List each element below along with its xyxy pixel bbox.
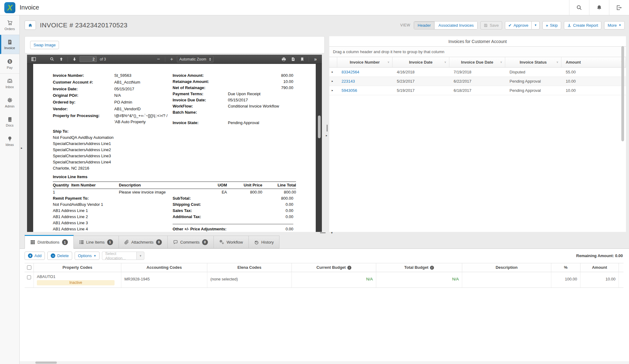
tab-header-view[interactable]: Header [414, 22, 435, 29]
sidebar-item-inbox[interactable]: Inbox [0, 73, 19, 93]
pdf-download-button[interactable] [289, 56, 297, 63]
tab-workflow[interactable]: Workflow [214, 236, 249, 249]
grid-scrollbar[interactable] [621, 46, 624, 230]
allocation-select[interactable]: Select Allocation... ▼ [102, 252, 144, 260]
pdf-next-page-button[interactable] [70, 56, 78, 63]
pdf-sidebar-toggle-button[interactable] [29, 56, 37, 63]
row-expander[interactable]: ▸ [329, 77, 337, 86]
tab-attachments[interactable]: Attachments 0 [119, 236, 168, 249]
col-header-amount[interactable]: Amount [580, 263, 619, 272]
col-header-invoice-number[interactable]: Invoice Number∨ [337, 57, 393, 67]
remit-line: AB1 Address Line 1 [53, 208, 173, 214]
col-header-current-budget[interactable]: Current Budgeti [292, 263, 376, 272]
col-header-accounting-codes[interactable]: Accounting Codes [121, 263, 207, 272]
invoice-link[interactable]: 223143 [342, 79, 355, 84]
col-header-elena-codes[interactable]: Elena Codes [207, 263, 292, 272]
sidebar-item-admin[interactable]: Admin [0, 93, 19, 112]
row-expander[interactable]: ▸ [329, 86, 337, 95]
sidebar-item-ideas[interactable]: Ideas [0, 131, 19, 151]
row-checkbox[interactable] [27, 275, 31, 280]
pdf-scrollbar-thumb[interactable] [318, 115, 321, 138]
skip-button[interactable]: » Skip [542, 21, 561, 29]
col-header-percent[interactable]: % [551, 263, 580, 272]
logo-x-glyph: X [7, 4, 12, 12]
chevron-down-icon[interactable]: ▼ [136, 252, 144, 260]
col-header-property-codes[interactable]: Property Codes [34, 263, 121, 272]
vertical-pane-splitter[interactable]: ▸ [325, 36, 329, 232]
invoice-link[interactable]: 5943056 [342, 88, 357, 93]
cell-amount[interactable]: 10.00 [580, 272, 619, 288]
chevron-down-icon[interactable]: ∨ [556, 57, 558, 67]
tab-distributions[interactable]: Distributions 1 [25, 235, 74, 249]
col-header-amount[interactable]: Amount∨ [561, 57, 626, 67]
pdf-toolbar: of 3 − + Automatic Zoom [27, 55, 322, 64]
pdf-page-input[interactable] [80, 56, 97, 62]
search-button[interactable] [569, 0, 589, 15]
sidebar: Orders Invoice $ Pay Inbox Admin i Docs … [0, 15, 20, 364]
horizontal-scrollbar[interactable] [20, 361, 629, 364]
sidebar-item-docs[interactable]: i Docs [0, 112, 19, 131]
approve-dropdown-button[interactable]: ▼ [532, 21, 540, 29]
col-header-invoice-status[interactable]: Invoice Status∨ [505, 57, 561, 67]
doc-field-value: N/A [114, 92, 173, 99]
splitter-collapse-icon [320, 233, 326, 233]
pdf-print-button[interactable] [280, 56, 288, 63]
save-button[interactable]: Save [480, 21, 502, 29]
doc-field-label: Invoice State: [173, 120, 228, 126]
pane-collapse-handle-left[interactable]: ▸ [21, 146, 22, 150]
tab-comments[interactable]: Comments 0 [168, 236, 214, 249]
save-label: Save [490, 23, 499, 28]
cell-invoice-date: 5/23/2017 [393, 77, 449, 86]
pdf-zoom-value: Automatic Zoom [179, 57, 206, 61]
info-icon[interactable]: i [347, 266, 351, 270]
col-header-total-budget[interactable]: Total Budgeti [376, 263, 462, 272]
tab-line-items[interactable]: Line Items 1 [74, 236, 119, 249]
chevron-down-icon[interactable]: ∨ [387, 57, 389, 67]
group-by-drop-zone[interactable]: Drag a column header and drop it here to… [329, 47, 626, 57]
options-button[interactable]: Options ▼ [75, 252, 100, 260]
pdf-zoom-out-button[interactable]: − [154, 56, 162, 63]
col-header-invoice-date[interactable]: Invoice Date∨ [393, 57, 449, 67]
doc-field-value: 05/15/2017 [228, 97, 293, 103]
pdf-search-button[interactable] [48, 56, 56, 63]
select-all-checkbox[interactable] [27, 265, 31, 270]
tab-label: Comments [180, 240, 200, 245]
approve-button[interactable]: ✔ Approve [505, 21, 532, 29]
more-button[interactable]: More ▼ [604, 21, 625, 29]
cell-accounting-code[interactable]: MR3928-1945 [121, 272, 207, 288]
chevron-down-icon[interactable]: ∨ [444, 57, 446, 67]
sidebar-item-pay[interactable]: $ Pay [0, 54, 19, 73]
col-header-description[interactable]: Description [462, 263, 551, 272]
home-button[interactable] [25, 21, 36, 30]
doc-field-value: 800.00 [228, 72, 293, 79]
sidebar-item-orders[interactable]: Orders [0, 15, 19, 35]
tab-associated-invoices[interactable]: Associated Invoices [434, 22, 477, 29]
ship-to-line: SpecialCharactersAddress Line2 [53, 147, 296, 153]
notifications-button[interactable] [589, 0, 609, 15]
row-expander[interactable]: ▸ [329, 68, 337, 76]
horizontal-scrollbar-thumb[interactable] [35, 362, 57, 364]
chevron-down-icon[interactable]: ∨ [500, 57, 502, 67]
cell-percent[interactable]: 100.00 [551, 272, 580, 288]
cell-elena-code[interactable]: (none selected) [207, 272, 292, 288]
create-report-button[interactable]: Create Report [564, 21, 602, 29]
grid-scrollbar-thumb[interactable] [621, 46, 624, 141]
invoice-link[interactable]: 83342564 [342, 70, 359, 74]
bell-icon [596, 5, 602, 11]
pdf-previous-page-button[interactable] [57, 56, 65, 63]
logout-button[interactable] [609, 0, 629, 15]
swap-image-button[interactable]: Swap Image [30, 41, 59, 49]
sidebar-item-invoice[interactable]: Invoice [0, 35, 19, 54]
pdf-more-tools-button[interactable]: » [311, 56, 319, 63]
pdf-zoom-select[interactable]: Automatic Zoom [177, 56, 213, 62]
pdf-zoom-in-button[interactable]: + [168, 56, 176, 63]
horizontal-pane-splitter[interactable]: ▼ [320, 231, 340, 235]
col-header-invoice-due-date[interactable]: Invoice Due Date∨ [449, 57, 505, 67]
cell-property-code[interactable]: ABAUTO1 Inactive [34, 272, 121, 288]
add-button[interactable]: + Add [25, 252, 45, 260]
info-icon[interactable]: i [430, 266, 434, 270]
cell-description[interactable] [462, 272, 551, 288]
tab-history[interactable]: History [249, 236, 279, 249]
pdf-bookmark-button[interactable] [298, 56, 306, 63]
delete-button[interactable]: − Delete [47, 252, 72, 260]
